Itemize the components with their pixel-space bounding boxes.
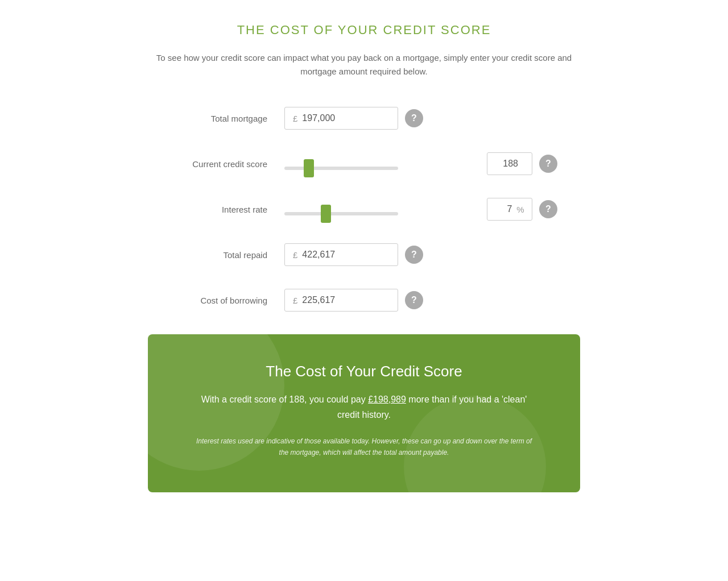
info-card-body: With a credit score of 188, you could pa… <box>193 392 535 422</box>
credit-score-help-button[interactable]: ? <box>539 155 557 173</box>
total-mortgage-input[interactable] <box>302 113 370 123</box>
total-repaid-control: £ ? <box>284 243 557 266</box>
interest-rate-percent: % <box>516 205 524 214</box>
interest-rate-row: Interest rate % ? <box>171 198 557 221</box>
total-repaid-input-box: £ <box>284 243 398 266</box>
cost-of-borrowing-currency: £ <box>293 296 297 305</box>
interest-rate-control: % ? <box>284 198 557 221</box>
cost-of-borrowing-control: £ ? <box>284 289 557 312</box>
total-repaid-help-button[interactable]: ? <box>405 246 423 264</box>
info-body-prefix: With a credit score of <box>201 395 289 404</box>
info-card-title: The Cost of Your Credit Score <box>193 363 535 380</box>
total-mortgage-row: Total mortgage £ ? <box>171 107 557 130</box>
interest-rate-input-box[interactable]: % <box>487 198 532 221</box>
interest-rate-slider-wrapper[interactable] <box>284 208 480 211</box>
total-repaid-label: Total repaid <box>171 250 284 260</box>
credit-score-label: Current credit score <box>171 159 284 169</box>
total-mortgage-currency: £ <box>293 114 297 123</box>
total-repaid-row: Total repaid £ ? <box>171 243 557 266</box>
interest-rate-help-button[interactable]: ? <box>539 200 557 218</box>
info-highlighted-amount: £198,989 <box>368 395 406 404</box>
info-body-middle: , you could pay <box>304 395 368 404</box>
cost-of-borrowing-help-button[interactable]: ? <box>405 291 423 309</box>
total-repaid-currency: £ <box>293 250 297 260</box>
info-credit-score: 188 <box>289 395 304 404</box>
total-repaid-input <box>302 250 370 260</box>
credit-score-slider[interactable] <box>284 167 398 170</box>
credit-score-row: Current credit score ? <box>171 152 557 175</box>
total-mortgage-label: Total mortgage <box>171 114 284 123</box>
total-mortgage-help-button[interactable]: ? <box>405 109 423 127</box>
credit-score-input-box[interactable] <box>487 152 532 175</box>
credit-score-input[interactable] <box>501 159 518 169</box>
cost-of-borrowing-label: Cost of borrowing <box>171 296 284 305</box>
total-mortgage-input-box[interactable]: £ <box>284 107 398 130</box>
interest-rate-input[interactable] <box>495 204 512 214</box>
interest-rate-label: Interest rate <box>171 205 284 214</box>
page-title: THE COST OF YOUR CREDIT SCORE <box>148 23 580 38</box>
info-card: The Cost of Your Credit Score With a cre… <box>148 334 580 492</box>
cost-of-borrowing-row: Cost of borrowing £ ? <box>171 289 557 312</box>
total-mortgage-control: £ ? <box>284 107 557 130</box>
info-card-footnote: Interest rates used are indicative of th… <box>193 436 535 458</box>
cost-of-borrowing-input-box: £ <box>284 289 398 312</box>
interest-rate-slider[interactable] <box>284 212 398 215</box>
calculator-form: Total mortgage £ ? Current credit score … <box>148 107 580 312</box>
credit-score-slider-wrapper[interactable] <box>284 162 480 165</box>
page-subtitle: To see how your credit score can impact … <box>148 51 580 78</box>
credit-score-control: ? <box>284 152 557 175</box>
cost-of-borrowing-input <box>302 295 370 305</box>
